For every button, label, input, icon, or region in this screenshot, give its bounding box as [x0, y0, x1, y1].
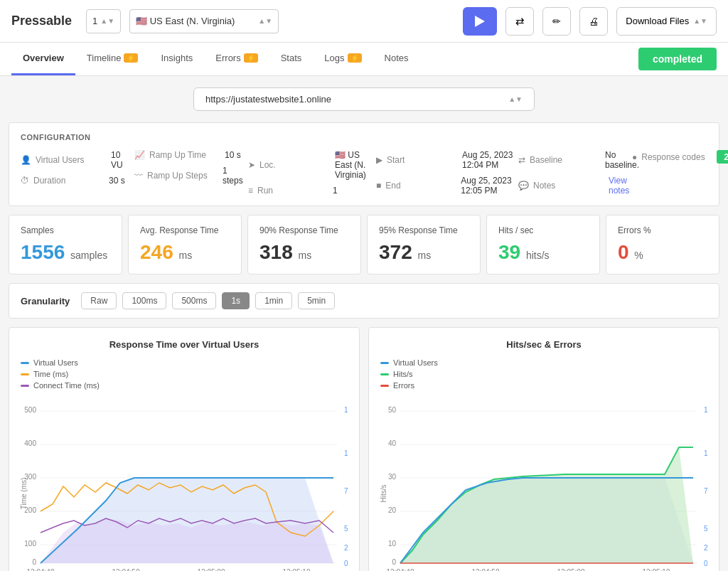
gran-1s[interactable]: 1s — [222, 292, 250, 309]
tab-timeline[interactable]: Timeline ⚡ — [75, 43, 150, 75]
svg-marker-48 — [400, 447, 693, 563]
virtual-users-label: Virtual Users — [36, 155, 107, 165]
hits-label: Hits / sec — [498, 225, 588, 235]
hits-value: 39 hits/s — [498, 241, 588, 264]
download-chevron-icon: ▲▼ — [693, 17, 707, 25]
legend-errors: Errors — [380, 381, 438, 390]
tab-notes[interactable]: Notes — [373, 43, 420, 75]
errors-pct-value: 0 % — [618, 241, 707, 264]
print-button[interactable]: 🖨 — [579, 7, 608, 36]
metric-p90: 90% Response Time 318 ms — [247, 215, 361, 274]
url-chevron-icon: ▲▼ — [508, 95, 523, 103]
url-value: https://justatestwebsite1.online — [205, 94, 331, 105]
hits-unit: hits/s — [526, 250, 550, 261]
ramp-up-time-label: Ramp Up Time — [149, 150, 220, 160]
edit-button[interactable]: ✏ — [542, 7, 571, 36]
svg-text:12:05:10: 12:05:10 — [283, 568, 311, 571]
response-codes-label: Response codes — [641, 152, 712, 162]
view-notes-link[interactable]: View notes — [609, 176, 632, 196]
notes-icon: 💬 — [518, 181, 529, 191]
svg-text:12.5: 12.5 — [704, 406, 707, 414]
p95-unit: ms — [418, 250, 432, 261]
tab-insights[interactable]: Insights — [149, 43, 204, 75]
tab-errors[interactable]: Errors ⚡ — [204, 43, 269, 75]
logs-badge: ⚡ — [348, 53, 362, 63]
end-label: End — [385, 181, 456, 191]
p90-label: 90% Response Time — [259, 225, 349, 235]
play-button[interactable] — [463, 7, 497, 36]
gran-500ms[interactable]: 500ms — [172, 292, 216, 309]
svg-text:12.5: 12.5 — [344, 406, 348, 414]
tab-logs[interactable]: Logs ⚡ — [313, 43, 373, 75]
virtual-users-value: 10 VU — [111, 150, 134, 170]
gran-100ms[interactable]: 100ms — [122, 292, 166, 309]
hits-errors-chart-svg: 50 40 30 20 10 0 Hits/s 12.5 10 7.5 5 2.… — [380, 401, 707, 571]
start-item: ▶ Start Aug 25, 2023 12:04 PM — [376, 150, 518, 170]
ramp-icon: 📈 — [134, 150, 145, 160]
logo: Pressable — [11, 14, 72, 28]
svg-text:12:05:00: 12:05:00 — [198, 568, 225, 571]
run-icon: ≡ — [248, 186, 253, 196]
errors-pct-label: Errors % — [618, 225, 707, 235]
svg-text:30: 30 — [388, 473, 397, 481]
svg-text:50: 50 — [388, 406, 397, 414]
gran-1min[interactable]: 1min — [255, 292, 292, 309]
run-value: 1 — [333, 186, 338, 196]
region-selector[interactable]: 🇺🇸 US East (N. Virginia) ▲▼ — [129, 9, 279, 33]
metric-p95: 95% Response Time 372 ms — [367, 215, 481, 274]
svg-marker-0 — [475, 16, 485, 27]
tab-overview[interactable]: Overview — [11, 43, 75, 75]
url-input[interactable]: https://justatestwebsite1.online ▲▼ — [193, 87, 535, 111]
completed-label: completed — [653, 53, 702, 65]
legend-vu-right: Virtual Users — [380, 358, 438, 367]
header: Pressable 1 ▲▼ 🇺🇸 US East (N. Virginia) … — [0, 0, 728, 43]
svg-text:2.5: 2.5 — [704, 544, 707, 552]
avg-response-unit: ms — [179, 250, 193, 261]
loc-item: ➤ Loc. 🇺🇸 US East (N. Virginia) — [248, 150, 376, 180]
gran-5min[interactable]: 5min — [298, 292, 335, 309]
tab-errors-label: Errors — [215, 53, 240, 63]
legend-blue-dot-r — [380, 362, 389, 364]
legend-hits-s: Hits/s — [380, 370, 438, 378]
configuration-section: CONFIGURATION 👤 Virtual Users 10 VU ⏱ Du… — [9, 122, 719, 206]
legend-green-dot — [380, 373, 389, 375]
ramp-up-time-value: 10 s — [225, 150, 241, 160]
svg-text:0: 0 — [392, 558, 396, 566]
tab-overview-label: Overview — [23, 53, 64, 63]
print-icon: 🖨 — [589, 16, 599, 27]
download-files-label: Download Files — [626, 16, 689, 26]
run-item: ≡ Run 1 — [248, 186, 376, 196]
svg-text:10: 10 — [704, 449, 707, 457]
svg-text:12:04:50: 12:04:50 — [472, 568, 500, 571]
tab-notes-label: Notes — [385, 53, 409, 63]
location-icon: ➤ — [248, 160, 255, 170]
legend-purple-dot — [21, 385, 29, 387]
region-label: 🇺🇸 US East (N. Virginia) — [136, 16, 235, 26]
legend-orange-dot — [21, 373, 29, 375]
svg-text:0: 0 — [32, 558, 36, 566]
legend-connect-time: Connect Time (ms) — [21, 381, 100, 390]
p90-unit: ms — [299, 250, 312, 261]
sync-button[interactable]: ⇄ — [505, 7, 534, 36]
samples-unit: samples — [70, 250, 107, 261]
gran-raw[interactable]: Raw — [81, 292, 117, 309]
samples-value: 1556 samples — [21, 241, 110, 264]
completed-button[interactable]: completed — [638, 48, 717, 70]
metric-avg-response: Avg. Response Time 246 ms — [128, 215, 242, 274]
download-files-button[interactable]: Download Files ▲▼ — [616, 7, 717, 36]
ramp-up-steps-item: 〰 Ramp Up Steps 1 steps — [134, 166, 248, 186]
tab-stats[interactable]: Stats — [269, 43, 314, 75]
chart-right-legend: Virtual Users Hits/s Errors — [380, 358, 438, 390]
instance-selector[interactable]: 1 ▲▼ — [86, 9, 121, 33]
response-codes-item: ● Response codes 200 — [632, 150, 728, 164]
svg-text:Hits/s: Hits/s — [380, 485, 387, 503]
svg-text:100: 100 — [24, 540, 36, 548]
svg-text:0: 0 — [704, 560, 707, 567]
tabs-bar: Overview Timeline ⚡ Insights Errors ⚡ St… — [0, 43, 728, 76]
ramp-up-steps-value: 1 steps — [223, 166, 248, 186]
svg-text:5: 5 — [344, 525, 348, 533]
duration-item: ⏱ Duration 30 s — [21, 176, 134, 186]
tab-insights-label: Insights — [161, 53, 193, 63]
tab-logs-label: Logs — [324, 53, 344, 63]
start-icon: ▶ — [376, 155, 382, 165]
